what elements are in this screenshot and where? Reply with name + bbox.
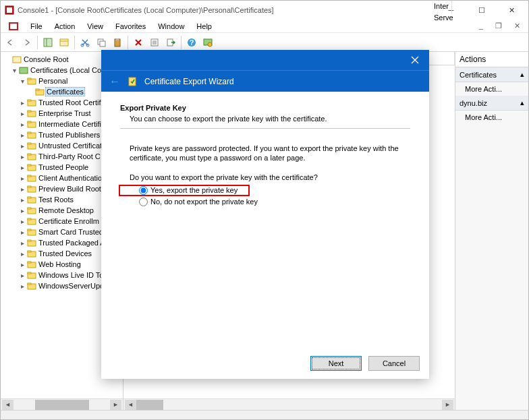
dialog-header: ← Certificate Export Wizard [101,70,429,92]
radio-no-export[interactable]: No, do not export the private key [120,198,410,206]
folder-icon [26,131,37,139]
dialog-footer: Next Cancel [101,348,429,379]
folder-icon [26,228,37,236]
menu-file[interactable]: File [25,21,48,32]
menu-window[interactable]: Window [152,21,190,32]
svg-rect-48 [28,197,31,198]
shield-icon [127,76,138,87]
radio-yes-input[interactable] [139,186,148,195]
radio-no-input[interactable] [139,198,148,206]
dialog-title: Certificate Export Wizard [144,77,234,86]
toolbar-properties-button[interactable] [57,35,72,50]
svg-rect-52 [28,218,31,220]
dialog-close-button[interactable] [405,52,425,68]
actions-title: Actions [455,52,528,67]
toolbar-delete-button[interactable] [131,35,146,50]
folder-icon [26,142,37,150]
svg-rect-64 [28,283,31,284]
svg-rect-60 [28,262,31,263]
scroll-right-icon[interactable]: ► [442,400,453,410]
actions-section-dynubiz[interactable]: dynu.biz ▴ [455,96,528,111]
toolbar-cut-button[interactable] [78,35,92,50]
scroll-left-icon[interactable]: ◄ [125,400,136,410]
actions-section-certificates[interactable]: Certificates ▴ [455,67,528,82]
svg-rect-50 [28,208,31,209]
toolbar-export-button[interactable] [163,35,178,50]
next-button[interactable]: Next [310,356,362,371]
window-maximize-button[interactable]: ☐ [466,3,497,18]
svg-rect-46 [28,186,31,187]
svg-rect-3 [10,24,17,29]
dialog-body: Export Private Key You can choose to exp… [101,92,429,348]
radio-yes-export[interactable]: Yes, export the private key [120,186,248,195]
svg-rect-26 [28,78,31,80]
toolbar-sheet-button[interactable] [147,35,162,50]
toolbar-paste-button[interactable] [110,35,125,50]
svg-rect-30 [28,100,31,101]
folder-icon [26,217,37,225]
svg-rect-11 [100,41,105,47]
toolbar-cert-button[interactable] [200,35,215,50]
scroll-thumb[interactable] [35,400,89,410]
toolbar-copy-button[interactable] [94,35,109,50]
svg-rect-40 [28,154,31,155]
toolbar-show-hide-tree-button[interactable] [40,35,55,50]
svg-rect-38 [28,143,31,144]
mdi-minimize-button[interactable]: _ [474,20,489,32]
toolbar: ? [1,33,528,52]
folder-icon [26,260,37,268]
window-close-button[interactable]: ✕ [497,3,527,18]
svg-rect-1 [7,7,12,13]
toolbar-help-button[interactable]: ? [184,35,199,50]
svg-rect-4 [44,38,52,47]
dialog-heading: Export Private Key [120,104,410,112]
radio-yes-label: Yes, export the private key [150,186,238,194]
folder-icon [26,77,37,85]
scroll-left-icon[interactable]: ◄ [2,400,13,410]
svg-rect-42 [28,164,31,166]
cert-store-icon [18,66,29,74]
app-icon [5,5,14,15]
mdi-restore-button[interactable]: ❐ [490,20,507,32]
svg-rect-32 [28,111,31,112]
scroll-thumb[interactable] [136,400,163,410]
mdi-close-button[interactable]: ✕ [509,20,526,32]
folder-icon [26,271,37,279]
svg-rect-65 [129,78,136,86]
menu-view[interactable]: View [82,21,109,32]
dialog-back-button[interactable]: ← [109,76,120,88]
dialog-paragraph: Private keys are password protected. If … [120,144,410,163]
svg-rect-24 [20,67,28,73]
tree-hscroll[interactable]: ◄ ► [1,398,123,410]
folder-icon [34,88,45,96]
svg-rect-13 [116,38,119,40]
svg-rect-34 [28,121,31,123]
list-hscroll[interactable]: ◄ ► [123,398,455,410]
folder-icon [26,282,37,290]
svg-rect-28 [36,89,39,90]
menu-action[interactable]: Action [49,21,81,32]
scroll-right-icon[interactable]: ► [110,400,121,410]
svg-point-22 [208,42,212,47]
folder-icon [26,196,37,204]
certificate-export-wizard-dialog: ← Certificate Export Wizard Export Priva… [101,50,429,379]
svg-rect-56 [28,240,31,241]
actions-more-2[interactable]: More Acti... [455,111,528,124]
forward-button[interactable] [20,35,34,50]
svg-rect-23 [13,57,21,63]
dialog-question: Do you want to export the private key wi… [120,173,410,182]
menu-help[interactable]: Help [191,21,217,32]
folder-icon [26,152,37,160]
back-button[interactable] [3,35,18,50]
folder-icon [26,185,37,193]
menu-favorites[interactable]: Favorites [110,21,151,32]
list-col-server: Serve [431,12,457,23]
svg-rect-44 [28,175,31,177]
actions-more-1[interactable]: More Acti... [455,82,528,96]
folder-icon [26,163,37,171]
dialog-divider [120,128,410,129]
window-title: Console1 - [Console Root\Certificates (L… [18,6,274,14]
folder-icon [26,120,37,128]
cancel-button[interactable]: Cancel [368,356,420,371]
dialog-description: You can choose to export the private key… [120,115,410,123]
